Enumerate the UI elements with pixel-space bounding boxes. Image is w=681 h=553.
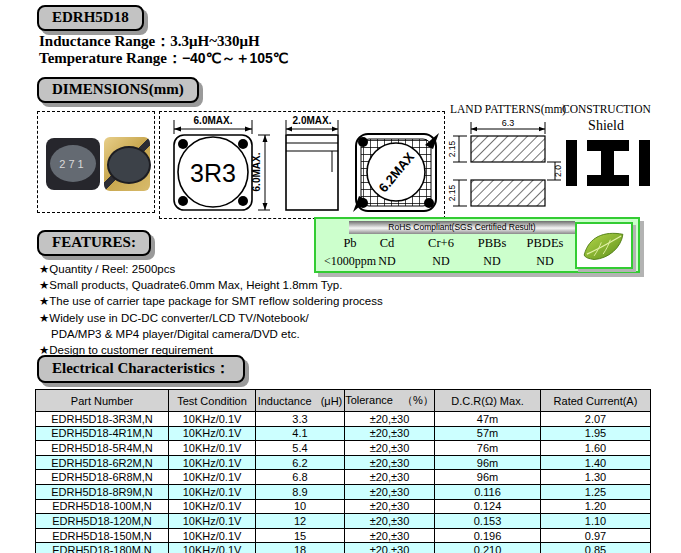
temperature-range: Temperature Range：−40℃～＋105℃ [39, 49, 288, 68]
feature-item: ★Widely use in DC-DC converter/LCD TV/No… [39, 310, 383, 326]
cell-dcr: 0.210 [435, 543, 541, 553]
table-row: EDRH5D18-5R4M,N10KHz/0.1V5.4±20,±3076m1.… [36, 441, 651, 456]
land-patterns-title: LAND PATTERNS(mm) [450, 103, 566, 115]
col-header: Tolerance （%） [345, 390, 435, 412]
shield-construction-icon [566, 139, 650, 187]
land-pad-height-top-dim: 2.15 [447, 140, 457, 157]
electrical-characteristics-table: Part NumberTest ConditionInductance (μH)… [35, 389, 651, 553]
inductance-range-value: 3.3μH~330μH [170, 33, 259, 49]
rohs-substance-value: ND [412, 254, 470, 269]
cell-rated-current: 2.07 [541, 412, 651, 427]
table-row: EDRH5D18-100M,N10KHz/0.1V10±20,±300.1241… [36, 499, 651, 514]
table-row: EDRH5D18-180M,N10KHz/0.1V18±20,±300.2100… [36, 543, 651, 553]
cell-test-condition: 10KHz/0.1V [169, 441, 256, 456]
cell-dcr: 0.116 [435, 484, 541, 499]
cell-inductance: 18 [256, 543, 345, 553]
cell-tolerance: ±20,±30 [345, 514, 435, 529]
cell-dcr: 57m [435, 426, 541, 441]
feature-item: ★The use of carrier tape package for SMT… [39, 293, 383, 309]
top-view-height-dim: 6.0MAX. [251, 152, 262, 191]
land-pad-height-bottom-dim: 2.15 [447, 184, 457, 201]
cell-test-condition: 10KHz/0.1V [169, 412, 256, 427]
rohs-substance-name: Cd [364, 236, 410, 251]
inductor-marking: 271 [50, 145, 96, 182]
cell-tolerance: ±20,±30 [345, 499, 435, 514]
temperature-range-value: −40℃～＋105℃ [182, 50, 289, 66]
cell-part-number: EDRH5D18-5R4M,N [36, 441, 169, 456]
cell-tolerance: ±20,±30 [345, 412, 435, 427]
table-row: EDRH5D18-8R9M,N10KHz/0.1V8.9±20,±300.116… [36, 484, 651, 499]
cell-test-condition: 10KHz/0.1V [169, 455, 256, 470]
rohs-substance-pbbs: PBBsND [466, 236, 518, 269]
col-header: Rated Current(A) [541, 390, 651, 412]
rohs-substance-cr6: Cr+6ND [412, 236, 470, 269]
table-row: EDRH5D18-150M,N10KHz/0.1V15±20,±300.1960… [36, 528, 651, 543]
cell-inductance: 5.4 [256, 441, 345, 456]
cell-tolerance: ±20,±30 [345, 441, 435, 456]
cell-part-number: EDRH5D18-8R9M,N [36, 484, 169, 499]
product-photo: 271 [37, 111, 155, 213]
cell-part-number: EDRH5D18-180M,N [36, 543, 169, 553]
cell-dcr: 76m [435, 441, 541, 456]
features-section-title: FEATURES: [37, 230, 151, 256]
cell-inductance: 6.2 [256, 455, 345, 470]
col-header: Test Condition [169, 390, 256, 412]
cell-rated-current: 0.85 [541, 543, 651, 553]
cell-part-number: EDRH5D18-6R8M,N [36, 470, 169, 485]
cell-dcr: 96m [435, 470, 541, 485]
cell-tolerance: ±20,±30 [345, 484, 435, 499]
cell-test-condition: 10KHz/0.1V [169, 484, 256, 499]
rohs-substance-name: PBDEs [514, 236, 576, 251]
dimension-views-drawing: 6.0MAX. 3R3 6.0MAX. 2.0MAX. [160, 112, 441, 215]
dimension-drawing: 6.0MAX. 3R3 6.0MAX. 2.0MAX. [159, 111, 445, 219]
col-header: Part Number [36, 390, 169, 412]
inductance-range-label: Inductance Range： [39, 33, 170, 49]
cell-part-number: EDRH5D18-150M,N [36, 528, 169, 543]
cell-dcr: 0.153 [435, 514, 541, 529]
feature-item: ★Quantity / Reel: 2500pcs [39, 261, 383, 277]
top-view-width-dim: 6.0MAX. [194, 115, 233, 126]
cell-rated-current: 1.30 [541, 470, 651, 485]
side-view-width-dim: 2.0MAX. [293, 115, 332, 126]
construction-type-label: Shield [562, 118, 650, 134]
cell-inductance: 8.9 [256, 484, 345, 499]
cell-test-condition: 10KHz/0.1V [169, 514, 256, 529]
table-row: EDRH5D18-6R2M,N10KHz/0.1V6.2±20,±3096m1.… [36, 455, 651, 470]
inductor-photo-bottom [104, 137, 150, 191]
cell-rated-current: 1.40 [541, 455, 651, 470]
land-pattern-drawing: 6.3 2.15 2.15 2.0 [447, 117, 565, 218]
col-header: D.C.R(Ω) Max. [435, 390, 541, 412]
table-row: EDRH5D18-4R1M,N10KHz/0.1V4.1±20,±3057m1.… [36, 426, 651, 441]
cell-part-number: EDRH5D18-6R2M,N [36, 455, 169, 470]
cell-inductance: 15 [256, 528, 345, 543]
rohs-substance-value: ND [514, 254, 576, 269]
feature-item: PDA/MP3 & MP4 player/Digital camera/DVD … [39, 326, 383, 342]
cell-inductance: 10 [256, 499, 345, 514]
rohs-substance-value: ND [466, 254, 518, 269]
cell-dcr: 47m [435, 412, 541, 427]
table-row: EDRH5D18-6R8M,N10KHz/0.1V6.8±20,±3096m1.… [36, 470, 651, 485]
table-row: EDRH5D18-120M,N10KHz/0.1V12±20,±300.1531… [36, 514, 651, 529]
cell-test-condition: 10KHz/0.1V [169, 543, 256, 553]
temperature-range-label: Temperature Range： [39, 50, 182, 66]
inductor-core [107, 146, 151, 184]
dimensions-section-title: DIMENSIONS(mm) [37, 77, 199, 103]
cell-inductance: 3.3 [256, 412, 345, 427]
part-number-title: EDRH5D18 [37, 5, 144, 31]
inductor-photo-top: 271 [46, 138, 100, 190]
cell-tolerance: ±20,±30 [345, 455, 435, 470]
leaf-icon [575, 222, 633, 269]
rohs-substance-name: PBBs [466, 236, 518, 251]
electrical-section-title: Electrical Characteristics： [37, 355, 245, 383]
cell-rated-current: 1.95 [541, 426, 651, 441]
cell-tolerance: ±20,±30 [345, 426, 435, 441]
rohs-substance-name: Cr+6 [412, 236, 470, 251]
land-gap-dim: 2.0 [553, 165, 563, 177]
features-list: ★Quantity / Reel: 2500pcs★Small products… [39, 261, 383, 358]
cell-rated-current: 0.97 [541, 528, 651, 543]
rohs-substance-pbdes: PBDEsND [514, 236, 576, 269]
cell-part-number: EDRH5D18-4R1M,N [36, 426, 169, 441]
cell-rated-current: 1.25 [541, 484, 651, 499]
cell-rated-current: 1.60 [541, 441, 651, 456]
cell-part-number: EDRH5D18-100M,N [36, 499, 169, 514]
